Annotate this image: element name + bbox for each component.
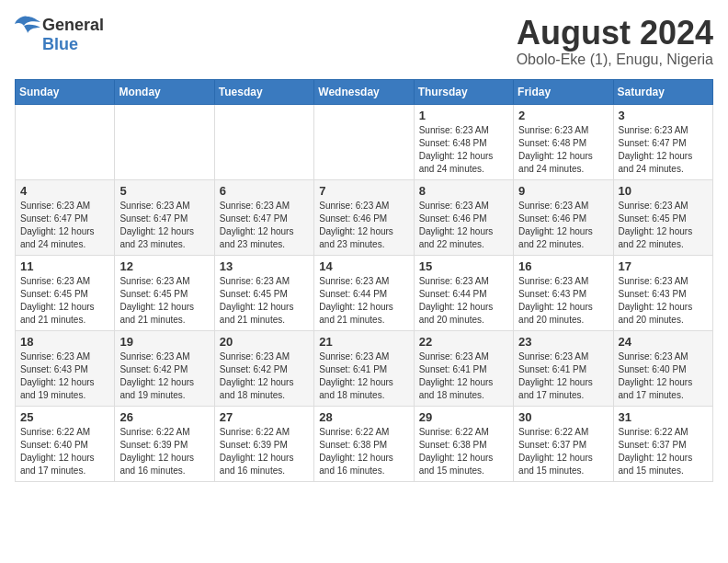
day-info: Sunrise: 6:23 AMSunset: 6:45 PMDaylight:…: [220, 275, 309, 327]
calendar-body: 1Sunrise: 6:23 AMSunset: 6:48 PMDaylight…: [16, 104, 713, 481]
calendar-cell: 1Sunrise: 6:23 AMSunset: 6:48 PMDaylight…: [414, 104, 513, 179]
calendar-cell: 2Sunrise: 6:23 AMSunset: 6:48 PMDaylight…: [514, 104, 613, 179]
calendar-cell: 21Sunrise: 6:23 AMSunset: 6:41 PMDayligh…: [314, 330, 414, 406]
day-info: Sunrise: 6:23 AMSunset: 6:48 PMDaylight:…: [518, 124, 608, 176]
day-number: 9: [518, 184, 608, 198]
day-info: Sunrise: 6:23 AMSunset: 6:40 PMDaylight:…: [619, 350, 708, 402]
day-info: Sunrise: 6:23 AMSunset: 6:41 PMDaylight:…: [319, 350, 408, 402]
col-tuesday: Tuesday: [214, 79, 313, 104]
day-number: 13: [220, 259, 309, 273]
day-number: 10: [619, 184, 708, 198]
calendar-cell: 12Sunrise: 6:23 AMSunset: 6:45 PMDayligh…: [115, 255, 214, 330]
calendar-week-5: 25Sunrise: 6:22 AMSunset: 6:40 PMDayligh…: [16, 406, 713, 481]
day-number: 15: [419, 259, 508, 273]
calendar-week-2: 4Sunrise: 6:23 AMSunset: 6:47 PMDaylight…: [16, 179, 713, 255]
day-number: 30: [518, 410, 608, 424]
calendar-cell: 5Sunrise: 6:23 AMSunset: 6:47 PMDaylight…: [115, 179, 214, 255]
day-info: Sunrise: 6:23 AMSunset: 6:45 PMDaylight:…: [119, 275, 209, 327]
calendar-cell: [16, 104, 115, 179]
calendar-cell: 7Sunrise: 6:23 AMSunset: 6:46 PMDaylight…: [314, 179, 414, 255]
calendar-cell: 4Sunrise: 6:23 AMSunset: 6:47 PMDaylight…: [16, 179, 115, 255]
day-number: 28: [319, 410, 408, 424]
day-number: 23: [518, 335, 608, 349]
day-number: 11: [20, 259, 109, 273]
col-saturday: Saturday: [613, 79, 712, 104]
day-info: Sunrise: 6:22 AMSunset: 6:38 PMDaylight:…: [319, 426, 408, 477]
calendar-cell: 14Sunrise: 6:23 AMSunset: 6:44 PMDayligh…: [314, 255, 414, 330]
title-section: August 2024 Obolo-Eke (1), Enugu, Nigeri…: [517, 15, 713, 68]
calendar-cell: 3Sunrise: 6:23 AMSunset: 6:47 PMDaylight…: [613, 104, 712, 179]
day-info: Sunrise: 6:23 AMSunset: 6:43 PMDaylight:…: [20, 350, 109, 402]
day-number: 31: [619, 410, 708, 424]
calendar-cell: 15Sunrise: 6:23 AMSunset: 6:44 PMDayligh…: [414, 255, 513, 330]
logo-general: General: [42, 16, 104, 35]
day-number: 6: [220, 184, 309, 198]
day-number: 17: [619, 259, 708, 273]
col-sunday: Sunday: [16, 79, 115, 104]
day-info: Sunrise: 6:23 AMSunset: 6:47 PMDaylight:…: [119, 200, 209, 251]
day-number: 1: [419, 109, 508, 122]
calendar-cell: 25Sunrise: 6:22 AMSunset: 6:40 PMDayligh…: [16, 406, 115, 481]
calendar-cell: 13Sunrise: 6:23 AMSunset: 6:45 PMDayligh…: [214, 255, 313, 330]
day-info: Sunrise: 6:23 AMSunset: 6:44 PMDaylight:…: [319, 275, 408, 327]
day-info: Sunrise: 6:22 AMSunset: 6:37 PMDaylight:…: [518, 426, 608, 477]
calendar-cell: 28Sunrise: 6:22 AMSunset: 6:38 PMDayligh…: [314, 406, 414, 481]
day-info: Sunrise: 6:23 AMSunset: 6:46 PMDaylight:…: [319, 200, 408, 251]
calendar-cell: 11Sunrise: 6:23 AMSunset: 6:45 PMDayligh…: [16, 255, 115, 330]
day-info: Sunrise: 6:23 AMSunset: 6:42 PMDaylight:…: [119, 350, 209, 402]
day-number: 25: [20, 410, 109, 424]
day-info: Sunrise: 6:23 AMSunset: 6:48 PMDaylight:…: [419, 124, 508, 176]
calendar-week-1: 1Sunrise: 6:23 AMSunset: 6:48 PMDaylight…: [16, 104, 713, 179]
day-info: Sunrise: 6:23 AMSunset: 6:41 PMDaylight:…: [518, 350, 608, 402]
calendar-cell: 31Sunrise: 6:22 AMSunset: 6:37 PMDayligh…: [613, 406, 712, 481]
calendar-header: Sunday Monday Tuesday Wednesday Thursday…: [16, 79, 713, 104]
day-number: 8: [419, 184, 508, 198]
day-number: 22: [419, 335, 508, 349]
logo: General Blue: [15, 15, 104, 54]
day-number: 16: [518, 259, 608, 273]
day-info: Sunrise: 6:23 AMSunset: 6:41 PMDaylight:…: [419, 350, 508, 402]
col-wednesday: Wednesday: [314, 79, 414, 104]
calendar-cell: 8Sunrise: 6:23 AMSunset: 6:46 PMDaylight…: [414, 179, 513, 255]
calendar-week-4: 18Sunrise: 6:23 AMSunset: 6:43 PMDayligh…: [16, 330, 713, 406]
day-number: 3: [619, 109, 708, 122]
day-info: Sunrise: 6:23 AMSunset: 6:45 PMDaylight:…: [619, 200, 708, 251]
calendar-cell: 9Sunrise: 6:23 AMSunset: 6:46 PMDaylight…: [514, 179, 613, 255]
day-number: 26: [119, 410, 209, 424]
day-info: Sunrise: 6:23 AMSunset: 6:44 PMDaylight:…: [419, 275, 508, 327]
day-info: Sunrise: 6:23 AMSunset: 6:43 PMDaylight:…: [619, 275, 708, 327]
page-title: August 2024: [517, 15, 713, 52]
calendar-cell: 22Sunrise: 6:23 AMSunset: 6:41 PMDayligh…: [414, 330, 513, 406]
day-info: Sunrise: 6:22 AMSunset: 6:39 PMDaylight:…: [220, 426, 309, 477]
page-subtitle: Obolo-Eke (1), Enugu, Nigeria: [517, 52, 713, 68]
calendar-cell: 18Sunrise: 6:23 AMSunset: 6:43 PMDayligh…: [16, 330, 115, 406]
day-info: Sunrise: 6:23 AMSunset: 6:45 PMDaylight:…: [20, 275, 109, 327]
calendar-cell: [214, 104, 313, 179]
calendar-cell: 10Sunrise: 6:23 AMSunset: 6:45 PMDayligh…: [613, 179, 712, 255]
day-number: 12: [119, 259, 209, 273]
calendar-cell: 20Sunrise: 6:23 AMSunset: 6:42 PMDayligh…: [214, 330, 313, 406]
calendar-cell: 17Sunrise: 6:23 AMSunset: 6:43 PMDayligh…: [613, 255, 712, 330]
calendar-cell: 24Sunrise: 6:23 AMSunset: 6:40 PMDayligh…: [613, 330, 712, 406]
day-number: 21: [319, 335, 408, 349]
calendar-table: Sunday Monday Tuesday Wednesday Thursday…: [15, 79, 713, 482]
day-number: 20: [220, 335, 309, 349]
calendar-week-3: 11Sunrise: 6:23 AMSunset: 6:45 PMDayligh…: [16, 255, 713, 330]
day-number: 14: [319, 259, 408, 273]
calendar-cell: 26Sunrise: 6:22 AMSunset: 6:39 PMDayligh…: [115, 406, 214, 481]
calendar-cell: 23Sunrise: 6:23 AMSunset: 6:41 PMDayligh…: [514, 330, 613, 406]
day-info: Sunrise: 6:23 AMSunset: 6:43 PMDaylight:…: [518, 275, 608, 327]
day-number: 24: [619, 335, 708, 349]
day-info: Sunrise: 6:23 AMSunset: 6:46 PMDaylight:…: [419, 200, 508, 251]
calendar-cell: 29Sunrise: 6:22 AMSunset: 6:38 PMDayligh…: [414, 406, 513, 481]
day-number: 7: [319, 184, 408, 198]
logo-bird-icon: [15, 15, 40, 35]
col-thursday: Thursday: [414, 79, 513, 104]
day-info: Sunrise: 6:22 AMSunset: 6:37 PMDaylight:…: [619, 426, 708, 477]
day-number: 5: [119, 184, 209, 198]
calendar-cell: 6Sunrise: 6:23 AMSunset: 6:47 PMDaylight…: [214, 179, 313, 255]
day-info: Sunrise: 6:23 AMSunset: 6:46 PMDaylight:…: [518, 200, 608, 251]
calendar-cell: [115, 104, 214, 179]
day-info: Sunrise: 6:23 AMSunset: 6:47 PMDaylight:…: [619, 124, 708, 176]
day-info: Sunrise: 6:22 AMSunset: 6:40 PMDaylight:…: [20, 426, 109, 477]
